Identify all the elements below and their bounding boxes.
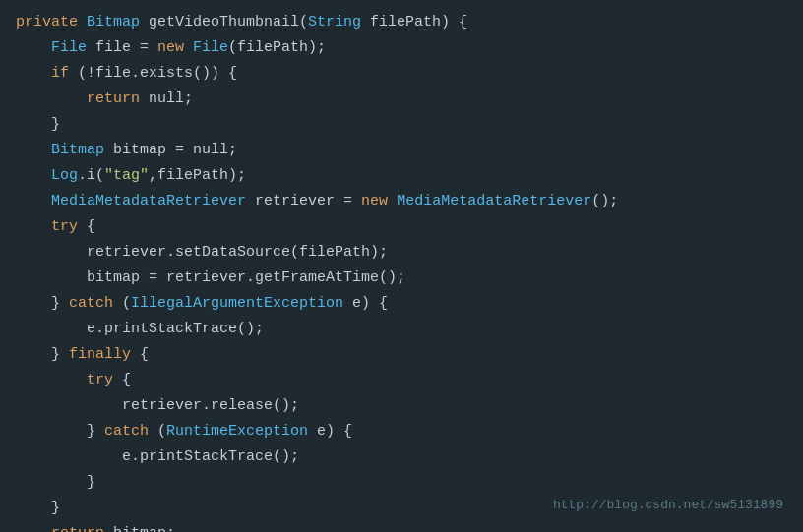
code-line-21: return bitmap; [16, 521, 787, 532]
code-line-5: } [16, 112, 787, 138]
code-line-6: Bitmap bitmap = null; [16, 138, 787, 163]
code-line-1: private Bitmap getVideoThumbnail(String … [16, 10, 787, 35]
code-line-17: } catch (RuntimeException e) { [16, 419, 787, 444]
code-line-15: try { [16, 368, 787, 393]
code-line-7: Log.i("tag",filePath); [16, 163, 787, 189]
code-line-16: retriever.release(); [16, 393, 787, 419]
code-line-14: } finally { [16, 342, 787, 368]
code-line-8: MediaMetadataRetriever retriever = new M… [16, 189, 787, 214]
source-url: http://blog.csdn.net/sw5131899 [553, 493, 783, 518]
code-line-13: e.printStackTrace(); [16, 317, 787, 342]
code-line-4: return null; [16, 87, 787, 112]
code-line-2: File file = new File(filePath); [16, 35, 787, 61]
code-editor: private Bitmap getVideoThumbnail(String … [0, 0, 803, 532]
code-line-12: } catch (IllegalArgumentException e) { [16, 291, 787, 317]
code-line-3: if (!file.exists()) { [16, 61, 787, 87]
code-line-18: e.printStackTrace(); [16, 444, 787, 470]
code-line-9: try { [16, 214, 787, 240]
code-line-10: retriever.setDataSource(filePath); [16, 240, 787, 266]
code-line-11: bitmap = retriever.getFrameAtTime(); [16, 266, 787, 291]
